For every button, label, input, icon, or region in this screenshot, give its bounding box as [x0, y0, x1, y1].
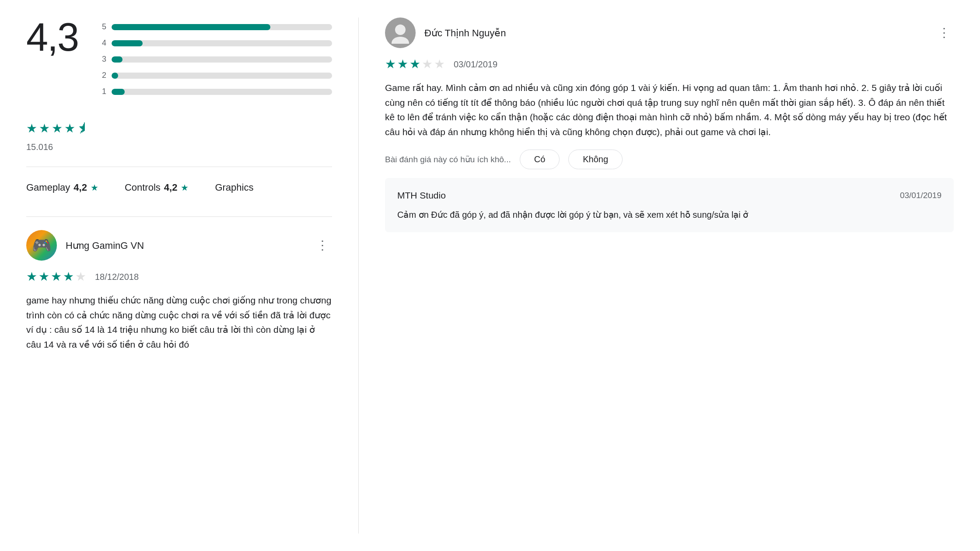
- rev-star-l2: ★: [38, 268, 49, 286]
- dev-date: 03/01/2019: [900, 189, 942, 202]
- helpful-label: Bài đánh giá này có hữu ích khô...: [385, 153, 511, 166]
- divider-2: [26, 216, 332, 217]
- rating-summary: 4,3 5 4 3 2 1: [26, 17, 332, 102]
- bar-row-1: 1: [96, 86, 332, 98]
- stars-date-right: ★ ★ ★ ★ ★ 03/01/2019: [385, 55, 954, 73]
- rev-star-r4: ★: [422, 55, 433, 73]
- sub-ratings: Gameplay 4,2 ★ Controls 4,2 ★ Graphics: [26, 180, 332, 195]
- review-menu-right[interactable]: ⋮: [934, 20, 954, 45]
- dev-name: MTH Studio: [397, 188, 446, 202]
- bar-fill-2: [112, 73, 118, 79]
- gameplay-star: ★: [91, 181, 98, 194]
- bar-row-5: 5: [96, 21, 332, 33]
- review-count: 15.016: [26, 140, 332, 153]
- left-panel: 4,3 5 4 3 2 1: [26, 17, 359, 534]
- reviewer-name-right: Đức Thịnh Nguyễn: [424, 26, 506, 40]
- graphics-label: Graphics: [215, 180, 253, 195]
- review-stars-right: ★ ★ ★ ★ ★: [385, 55, 445, 73]
- page-container: 4,3 5 4 3 2 1: [0, 0, 980, 551]
- review-card-left: 🎮 Hưng GaminG VN ⋮ ★ ★ ★ ★ ★ 18/12/2018 …: [26, 230, 332, 352]
- rating-bars: 5 4 3 2 1: [96, 17, 332, 102]
- star-4: ★: [64, 119, 75, 138]
- bar-label-5: 5: [96, 21, 106, 33]
- review-text-right: Game rất hay. Mình cảm ơn ad nhiều và cũ…: [385, 80, 954, 139]
- avatar-right: [385, 17, 416, 48]
- review-menu-left[interactable]: ⋮: [313, 233, 332, 258]
- avatar-silhouette: [389, 22, 411, 44]
- sub-gameplay: Gameplay 4,2 ★: [26, 180, 98, 195]
- bar-row-3: 3: [96, 53, 332, 65]
- bar-label-2: 2: [96, 70, 106, 81]
- bar-row-4: 4: [96, 37, 332, 49]
- rev-star-r2: ★: [397, 55, 408, 73]
- gameplay-value: 4,2: [74, 180, 87, 195]
- dev-reply: MTH Studio 03/01/2019 Cảm ơn Đức đã góp …: [385, 178, 954, 232]
- review-header-left: 🎮 Hưng GaminG VN ⋮: [26, 230, 332, 261]
- avatar-icon-left: 🎮: [32, 234, 52, 257]
- bar-track-3: [112, 56, 332, 63]
- star-3: ★: [52, 119, 63, 138]
- svg-point-0: [395, 24, 406, 35]
- star-half: ⯨: [77, 119, 89, 138]
- bar-fill-3: [112, 56, 122, 63]
- sub-graphics: Graphics: [215, 180, 253, 195]
- bar-fill-1: [112, 89, 125, 95]
- dev-reply-text: Cảm ơn Đức đã góp ý, ad đã nhận được lời…: [397, 208, 942, 222]
- divider-1: [26, 167, 332, 167]
- reviewer-info-right: Đức Thịnh Nguyễn: [385, 17, 506, 48]
- right-panel: Đức Thịnh Nguyễn ⋮ ★ ★ ★ ★ ★ 03/01/2019 …: [359, 17, 954, 534]
- bar-label-3: 3: [96, 53, 106, 65]
- review-text-left: game hay nhưng thiếu chức năng dừng cuộc…: [26, 293, 332, 352]
- reviewer-name-left: Hưng GaminG VN: [66, 238, 144, 253]
- overall-rating: 4,3: [26, 17, 78, 57]
- star-1: ★: [26, 119, 37, 138]
- bar-label-1: 1: [96, 86, 106, 98]
- svg-point-1: [392, 37, 409, 44]
- helpful-row: Bài đánh giá này có hữu ích khô... Có Kh…: [385, 150, 954, 169]
- rev-star-r3: ★: [410, 55, 420, 73]
- bar-fill-5: [112, 24, 270, 30]
- stars-date-left: ★ ★ ★ ★ ★ 18/12/2018: [26, 268, 332, 286]
- controls-label: Controls: [125, 180, 161, 195]
- review-card-right: Đức Thịnh Nguyễn ⋮ ★ ★ ★ ★ ★ 03/01/2019 …: [385, 17, 954, 232]
- bar-label-4: 4: [96, 37, 106, 49]
- controls-value: 4,2: [164, 180, 178, 195]
- review-header-right: Đức Thịnh Nguyễn ⋮: [385, 17, 954, 48]
- reviewer-info-left: 🎮 Hưng GaminG VN: [26, 230, 144, 261]
- gameplay-label: Gameplay: [26, 180, 70, 195]
- review-date-left: 18/12/2018: [95, 270, 139, 283]
- helpful-no-button[interactable]: Không: [568, 150, 623, 169]
- helpful-yes-button[interactable]: Có: [520, 150, 560, 169]
- sub-controls: Controls 4,2 ★: [125, 180, 189, 195]
- bar-fill-4: [112, 40, 143, 46]
- review-stars-left: ★ ★ ★ ★ ★: [26, 268, 86, 286]
- rev-star-l1: ★: [26, 268, 37, 286]
- rev-star-r5: ★: [434, 55, 445, 73]
- rev-star-r1: ★: [385, 55, 396, 73]
- bar-track-5: [112, 24, 332, 30]
- bar-track-1: [112, 89, 332, 95]
- avatar-left: 🎮: [26, 230, 57, 261]
- rev-star-l4: ★: [63, 268, 74, 286]
- overall-stars-row: ★ ★ ★ ★ ⯨: [26, 119, 332, 138]
- star-2: ★: [39, 119, 50, 138]
- dev-reply-header: MTH Studio 03/01/2019: [397, 188, 942, 202]
- controls-star: ★: [181, 181, 189, 194]
- bar-row-2: 2: [96, 70, 332, 81]
- rev-star-l5: ★: [75, 268, 86, 286]
- rev-star-l3: ★: [51, 268, 62, 286]
- bar-track-4: [112, 40, 332, 46]
- review-date-right: 03/01/2019: [454, 58, 497, 71]
- bar-track-2: [112, 73, 332, 79]
